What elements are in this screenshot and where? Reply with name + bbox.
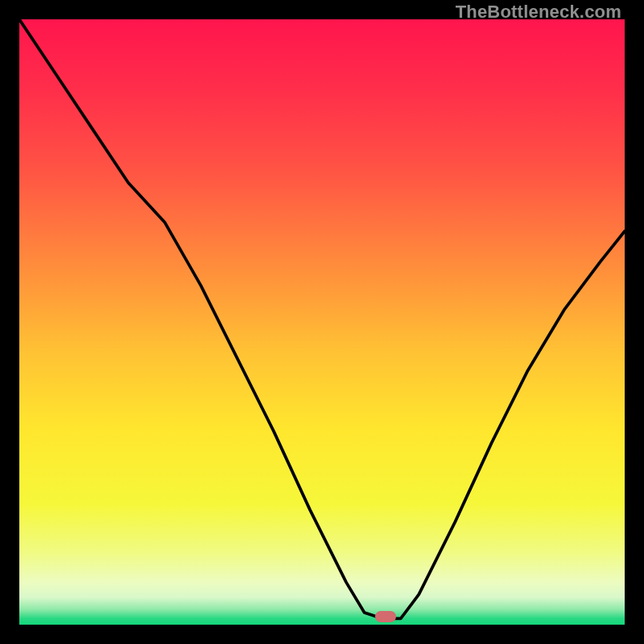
optimal-point-marker [375, 611, 396, 622]
watermark-text: TheBottleneck.com [456, 2, 621, 23]
outer-frame: TheBottleneck.com [0, 0, 644, 644]
curve-line [19, 19, 625, 625]
plot-area [19, 19, 625, 625]
